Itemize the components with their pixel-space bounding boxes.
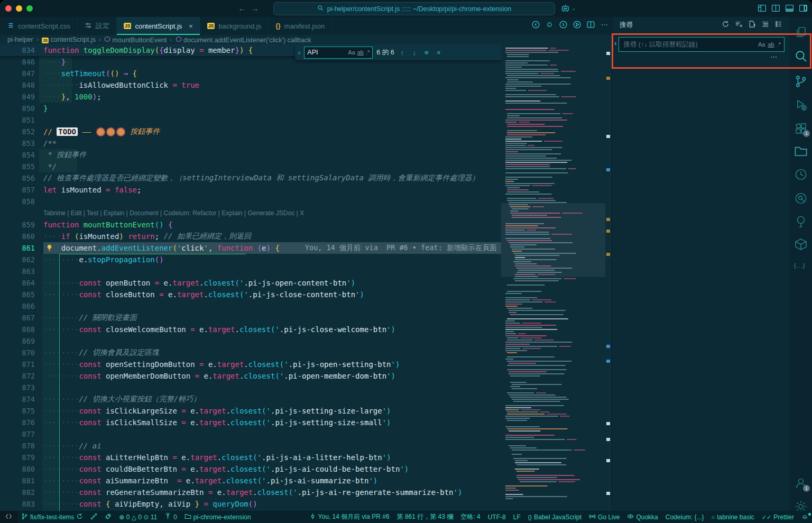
remote-explorer-icon[interactable] bbox=[794, 144, 808, 158]
source-control-icon[interactable] bbox=[794, 75, 808, 88]
line-number[interactable]: 864 bbox=[0, 279, 35, 287]
code-line[interactable]: 852// TODO —— 按鈕事件 bbox=[0, 126, 501, 137]
code-line[interactable]: 859function mountButtonEvent() { bbox=[0, 219, 501, 231]
search-icon[interactable] bbox=[794, 49, 808, 63]
line-number[interactable]: 857 bbox=[0, 186, 35, 194]
history-back-button[interactable]: ← bbox=[237, 3, 247, 14]
code-line[interactable]: 847····setTimeout(() ⇒ { bbox=[0, 68, 501, 79]
toggle-search-details-icon[interactable]: ⋯ bbox=[612, 52, 790, 61]
go-live[interactable]: Go Live bbox=[585, 511, 623, 523]
line-number[interactable]: 847 bbox=[0, 69, 35, 78]
find-previous-icon[interactable]: ↑ bbox=[398, 49, 407, 57]
breadcrumb-item[interactable]: document.addEventListener('click') callb… bbox=[176, 36, 311, 44]
command-center[interactable]: pi-helper/contentScript.js ::::: ~/Deskt… bbox=[273, 2, 555, 15]
tab-background.js[interactable]: JSbackground.js bbox=[200, 17, 269, 35]
line-number[interactable]: 878 bbox=[0, 442, 35, 450]
toggle-replace-icon[interactable]: › bbox=[298, 49, 300, 57]
lightbulb-icon[interactable] bbox=[45, 244, 53, 252]
line-number[interactable]: 872 bbox=[0, 372, 35, 380]
view-as-tree-icon[interactable] bbox=[774, 20, 782, 30]
code-line[interactable]: 874········// 切換大小視窗按鈕（完整/輕巧） bbox=[0, 393, 501, 405]
code-line[interactable]: 858 bbox=[0, 196, 501, 207]
line-number[interactable]: 859 bbox=[0, 221, 35, 229]
line-number[interactable]: 852 bbox=[0, 127, 35, 136]
find-next-icon[interactable]: ↓ bbox=[410, 49, 419, 57]
extensions-icon[interactable]: 1 bbox=[794, 122, 808, 135]
encoding[interactable]: UTF-8 bbox=[484, 511, 510, 523]
code-line[interactable]: 862········e.stopPropagation() bbox=[0, 254, 501, 265]
line-number[interactable]: 880 bbox=[0, 465, 35, 473]
code-line[interactable]: 876········const isClickSmallSize = e.ta… bbox=[0, 417, 501, 428]
code-line[interactable]: 863 bbox=[0, 265, 501, 277]
codeium[interactable]: Codeium: {...} bbox=[662, 511, 708, 523]
code-line[interactable]: 878········// ai bbox=[0, 440, 501, 452]
line-number[interactable]: 863 bbox=[0, 267, 35, 276]
code-line[interactable]: 864········const openButton = e.target.c… bbox=[0, 277, 501, 289]
close-find-icon[interactable]: × bbox=[435, 49, 443, 57]
line-number[interactable]: 869 bbox=[0, 337, 35, 345]
line-number[interactable]: 849 bbox=[0, 93, 35, 101]
blame-status[interactable]: You, 14 個月前 via PR #6 bbox=[306, 511, 393, 523]
find-in-selection-icon[interactable]: ≡ bbox=[422, 49, 431, 57]
split-editor-layout-icon[interactable] bbox=[771, 4, 780, 15]
line-number[interactable]: 882 bbox=[0, 488, 35, 497]
code-line[interactable]: 872········const openMemberDomButton = e… bbox=[0, 370, 501, 382]
line-number[interactable]: 874 bbox=[0, 395, 35, 403]
next-change-icon[interactable] bbox=[559, 20, 568, 29]
minimap[interactable] bbox=[501, 44, 605, 511]
line-number[interactable]: 854 bbox=[0, 151, 35, 159]
prettier[interactable]: ✓✓Prettier bbox=[758, 511, 798, 523]
code-line[interactable]: 868········const closeWelcomeButton = e.… bbox=[0, 324, 501, 335]
code-line[interactable]: 882········const reGenerateSummarizeBtn … bbox=[0, 487, 501, 498]
line-number[interactable]: 861 bbox=[0, 244, 35, 252]
code-line[interactable]: 875········const isClickLargeSize = e.ta… bbox=[0, 405, 501, 417]
code-line[interactable]: 866 bbox=[0, 300, 501, 312]
line-number[interactable]: 873 bbox=[0, 383, 35, 392]
search-input[interactable] bbox=[622, 40, 755, 49]
regex-icon[interactable]: .* bbox=[777, 41, 781, 48]
line-number[interactable]: 879 bbox=[0, 453, 35, 462]
tab-設定[interactable]: 設定 bbox=[78, 17, 117, 35]
line-number[interactable]: 853 bbox=[0, 139, 35, 148]
code-line[interactable]: 881········const aiSummarizeBtn = e.targ… bbox=[0, 475, 501, 487]
line-number[interactable]: 867 bbox=[0, 314, 35, 322]
code-line[interactable]: 873 bbox=[0, 382, 501, 393]
whole-word-icon[interactable]: ab bbox=[357, 49, 364, 56]
refresh-icon[interactable] bbox=[722, 20, 730, 30]
code-line[interactable]: 850} bbox=[0, 103, 501, 114]
package-icon[interactable] bbox=[794, 237, 808, 251]
code-line[interactable]: 848········isAllowedButtonClick = true bbox=[0, 79, 501, 91]
line-number[interactable]: 858 bbox=[0, 197, 35, 206]
run-debug-icon[interactable] bbox=[794, 98, 808, 112]
git-graph[interactable] bbox=[87, 511, 101, 523]
code-line[interactable]: 860····if (isMounted) return; // 如果已經綁定，… bbox=[0, 231, 501, 242]
line-number[interactable]: 870 bbox=[0, 348, 35, 357]
project-manager-icon[interactable] bbox=[794, 215, 808, 228]
run-code-icon[interactable] bbox=[573, 20, 582, 29]
breadcrumb[interactable]: pi-helper›JS contentScript.js› mountButt… bbox=[0, 35, 619, 44]
close-window-button[interactable] bbox=[5, 5, 12, 12]
line-number[interactable]: 862 bbox=[0, 255, 35, 264]
line-number[interactable]: 883 bbox=[0, 500, 35, 508]
profile-icon[interactable]: ⌄ bbox=[560, 3, 576, 13]
line-number[interactable]: 871 bbox=[0, 360, 35, 369]
snippets-icon[interactable]: {...} bbox=[794, 260, 808, 274]
line-number[interactable]: 856 bbox=[0, 174, 35, 182]
code-line[interactable]: 867········// 關閉歡迎畫面 bbox=[0, 312, 501, 324]
line-number[interactable]: 868 bbox=[0, 325, 35, 334]
whole-word-icon[interactable]: ab bbox=[768, 41, 774, 48]
project[interactable]: pi-chrome-extension bbox=[181, 511, 255, 523]
breadcrumb-item[interactable]: JS contentScript.js bbox=[42, 36, 96, 44]
diagnostics[interactable]: ⊗ 0 △ 0 ⊙ 11 bbox=[115, 511, 161, 523]
code-line[interactable]: 857let isMounted = false; bbox=[0, 184, 501, 196]
find-input[interactable]: API Aa ab .* bbox=[304, 47, 373, 59]
code-line[interactable]: 851 bbox=[0, 114, 501, 126]
account-icon[interactable]: 1 bbox=[794, 476, 808, 490]
quokka[interactable]: Quokka bbox=[623, 511, 661, 523]
close-tab-icon[interactable]: × bbox=[189, 22, 193, 30]
minimap-slider[interactable] bbox=[501, 203, 605, 277]
toggle-replace-icon[interactable]: › bbox=[614, 39, 616, 47]
tabnine[interactable]: ○tabnine basic bbox=[708, 511, 758, 523]
line-number[interactable]: 848 bbox=[0, 81, 35, 89]
eol[interactable]: LF bbox=[510, 511, 524, 523]
